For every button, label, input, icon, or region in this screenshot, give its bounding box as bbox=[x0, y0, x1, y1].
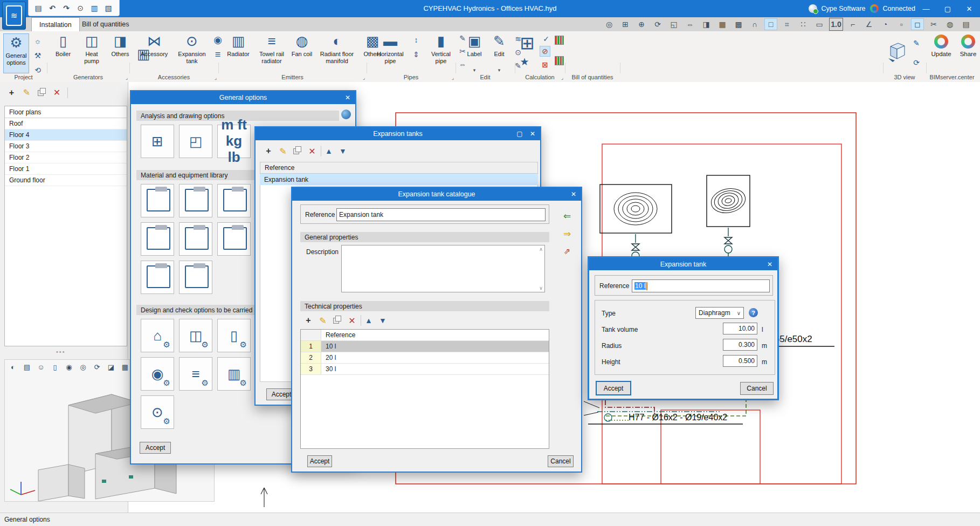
copy-icon[interactable] bbox=[291, 145, 304, 158]
catalogue-row[interactable]: 3 30 l bbox=[301, 364, 549, 375]
tank-cancel-button[interactable]: Cancel bbox=[740, 382, 774, 395]
calculator-icon[interactable]: ⊞ bbox=[141, 125, 174, 158]
close-button[interactable]: ✕ bbox=[958, 0, 980, 17]
pan-icon[interactable]: ⇔ bbox=[684, 18, 696, 30]
dim-bottom-icon[interactable]: ⇕ bbox=[411, 49, 422, 60]
add-icon[interactable]: + bbox=[302, 314, 315, 327]
snap-points-icon[interactable]: ∷ bbox=[797, 18, 810, 30]
account-label[interactable]: Cype Software bbox=[822, 5, 866, 12]
catalogue-cancel-button[interactable]: Cancel bbox=[548, 455, 574, 467]
tools-icon[interactable]: ⚒ bbox=[32, 50, 43, 61]
boq-options-icon[interactable] bbox=[555, 56, 564, 65]
expansion-tanks-restore-button[interactable]: ▢ bbox=[513, 128, 526, 139]
redraw-icon[interactable]: ⟳ bbox=[651, 18, 664, 30]
floor-row[interactable]: Floor 2 bbox=[5, 152, 127, 163]
dd-icon[interactable]: ▾ bbox=[498, 67, 501, 73]
units-icon[interactable]: m ft kg lb bbox=[217, 125, 251, 158]
import-catalogue-icon[interactable]: ⇐ bbox=[562, 210, 572, 221]
copy-icon[interactable] bbox=[331, 314, 344, 327]
zoom-inout-icon[interactable]: ⊕ bbox=[635, 18, 648, 30]
check-units-icon[interactable]: ◫ bbox=[179, 319, 212, 352]
general-options-close-button[interactable]: ✕ bbox=[341, 92, 354, 103]
protractor-icon[interactable]: ◔ bbox=[879, 18, 892, 30]
expansion-tank-button[interactable]: ⊙ Expansion tank bbox=[175, 32, 209, 72]
check-tanks-icon[interactable]: ⊙ bbox=[141, 395, 174, 429]
app-menu-button[interactable]: ≋ bbox=[2, 2, 26, 30]
description-textarea[interactable]: ∧ ∨ bbox=[341, 245, 545, 292]
dimensions-icon[interactable]: ⌐ bbox=[846, 18, 859, 30]
view3d-rotate-icon[interactable]: ⟳ bbox=[911, 57, 922, 68]
horizontal-pipe-button[interactable]: ▬ Horizontal pipe bbox=[373, 32, 408, 72]
add-icon[interactable]: + bbox=[262, 145, 275, 158]
grid-icon[interactable]: ⌗ bbox=[781, 18, 793, 30]
anaglyph-icon[interactable]: ◐ bbox=[7, 361, 19, 372]
comment-icon[interactable]: ◻ bbox=[911, 18, 924, 30]
wand-icon[interactable]: ★ bbox=[519, 56, 530, 67]
general-options-button[interactable]: ⚙ General options bbox=[3, 33, 29, 73]
export-catalogue-icon[interactable]: ⇒ bbox=[562, 228, 572, 239]
check-radiators-icon[interactable]: ▥ bbox=[217, 357, 251, 391]
library-boilers-folder[interactable] bbox=[141, 184, 174, 217]
scroll-down-icon[interactable]: ∨ bbox=[537, 285, 544, 291]
row-up-button[interactable]: ▲ bbox=[363, 315, 374, 326]
idea-icon[interactable]: ☼ bbox=[32, 36, 43, 46]
section-icon[interactable]: ◪ bbox=[105, 361, 117, 372]
height-input[interactable]: 0.500 bbox=[723, 355, 757, 367]
boq-update-icon[interactable] bbox=[555, 36, 564, 45]
help-book-icon[interactable]: ▤ bbox=[960, 18, 972, 30]
check-pumps-icon[interactable]: ◉ bbox=[141, 357, 174, 391]
scale-icon[interactable]: 1.0 bbox=[829, 18, 843, 31]
delete-results-icon[interactable]: ⊘ bbox=[540, 46, 550, 57]
catalogue-close-button[interactable]: ✕ bbox=[567, 189, 580, 200]
plotter-icon[interactable]: ▧ bbox=[103, 3, 114, 13]
edit-button[interactable]: ✎ Edit ▾ bbox=[489, 32, 509, 72]
check-manifolds-icon[interactable]: ≡ bbox=[179, 357, 212, 391]
dialog-launcher-icon[interactable]: ⌟ bbox=[215, 75, 217, 80]
tank-list-row[interactable]: Expansion tank bbox=[260, 174, 538, 185]
tank-reference-input[interactable]: 10 l bbox=[632, 279, 770, 292]
expansion-tank-close-button[interactable]: ✕ bbox=[763, 259, 776, 270]
send-window-icon[interactable]: ◨ bbox=[700, 18, 713, 30]
pencil-icon[interactable]: ✎ bbox=[316, 314, 329, 327]
check-loads-icon[interactable]: ⌂ bbox=[141, 319, 174, 352]
dxf-template-icon[interactable]: ▦ bbox=[716, 18, 729, 30]
label-button[interactable]: ▣ Label ▾ bbox=[463, 32, 486, 72]
dialog-launcher-icon[interactable]: ⌟ bbox=[561, 75, 563, 80]
drawing-options-icon[interactable]: ◰ bbox=[179, 125, 212, 158]
heat-pump-button[interactable]: ◫ Heat pump bbox=[78, 32, 105, 72]
vertical-pipe-button[interactable]: ▮ Vertical pipe bbox=[428, 32, 454, 72]
find-zoom-icon[interactable]: ⊙ bbox=[75, 3, 86, 13]
fan-coil-button[interactable]: ◍ Fan coil bbox=[291, 32, 313, 72]
boiler-button[interactable]: ▯ Boiler bbox=[51, 32, 75, 72]
generators-others-button[interactable]: ◨ Others bbox=[108, 32, 132, 72]
column3d-icon[interactable]: ▯ bbox=[49, 361, 61, 372]
dialog-launcher-icon[interactable]: ⌟ bbox=[126, 75, 128, 80]
library-heat-pumps-folder[interactable] bbox=[179, 184, 212, 217]
tank-volume-input[interactable]: 10.00 bbox=[723, 323, 757, 334]
scroll-up-icon[interactable]: ∧ bbox=[537, 247, 544, 252]
help-icon[interactable]: ? bbox=[749, 308, 758, 317]
web-globe-icon[interactable]: ◍ bbox=[943, 18, 956, 30]
library-towel-rails-folder[interactable] bbox=[179, 222, 212, 256]
workplane-icon[interactable]: ▦ bbox=[119, 361, 131, 372]
copy-icon[interactable] bbox=[36, 86, 48, 99]
eye-icon[interactable]: ◎ bbox=[77, 361, 89, 372]
radiator-button[interactable]: ▥ Radiator bbox=[224, 32, 253, 72]
tab-bill-of-quantities[interactable]: Bill of quantities bbox=[74, 17, 137, 31]
catalogue-row[interactable]: 1 10 l bbox=[301, 341, 549, 352]
floor-row[interactable]: Floor 3 bbox=[5, 141, 127, 152]
zoom-window-icon[interactable]: ⊞ bbox=[619, 18, 632, 30]
update-button[interactable]: Update bbox=[929, 35, 953, 57]
row-down-button[interactable]: ▼ bbox=[377, 315, 388, 326]
general-options-accept-button[interactable]: Accept bbox=[140, 442, 171, 454]
redo-icon[interactable]: ↷ bbox=[61, 3, 72, 13]
snap-magnet-icon[interactable]: ∩ bbox=[748, 18, 761, 30]
delete-icon[interactable]: ✕ bbox=[346, 314, 358, 327]
connection-status[interactable]: Connected bbox=[883, 5, 915, 12]
delete-calc-icon[interactable]: ⊠ bbox=[540, 59, 550, 70]
coord-search-icon[interactable]: ◎ bbox=[603, 18, 616, 30]
towel-rail-radiator-button[interactable]: ≡ Towel rail radiator bbox=[255, 32, 288, 72]
library-radiators-folder[interactable] bbox=[141, 222, 174, 256]
check-results-icon[interactable]: ✓ bbox=[541, 33, 551, 44]
radius-input[interactable]: 0.300 bbox=[723, 339, 757, 351]
